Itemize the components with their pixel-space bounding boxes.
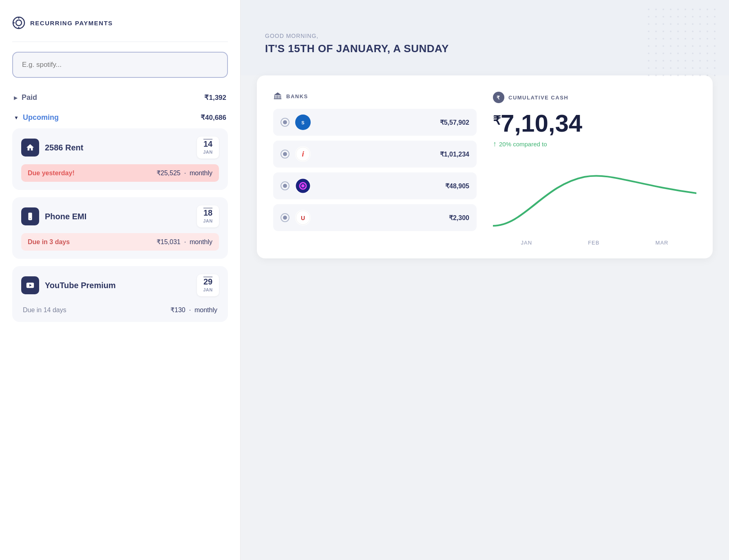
rent-status-bar: Due yesterday! ₹25,525 · monthly bbox=[21, 164, 219, 182]
chart-area: JAN FEB MAR bbox=[493, 161, 696, 242]
bank-logo-axis bbox=[295, 178, 311, 194]
greeting-main: IT'S 15TH OF JANUARY, A SUNDAY bbox=[265, 42, 705, 55]
phone-date-badge: 18 JAN bbox=[197, 205, 219, 227]
bank-row-icici[interactable]: i ₹1,01,234 bbox=[273, 141, 477, 168]
chart-label-jan: JAN bbox=[521, 240, 532, 246]
recurring-icon bbox=[12, 16, 25, 29]
chart-svg bbox=[493, 161, 696, 234]
rent-due-amount: ₹25,525 · monthly bbox=[157, 169, 212, 177]
phone-name: Phone EMI bbox=[45, 212, 86, 221]
left-panel: RECURRING PAYMENTS ▶ Paid ₹1,392 ▼ Upcom… bbox=[0, 0, 241, 560]
rent-date-day: 14 bbox=[203, 140, 213, 148]
bank-amount-icici: ₹1,01,234 bbox=[440, 150, 469, 158]
bank-check-axis bbox=[281, 181, 289, 190]
youtube-date-month: JAN bbox=[203, 287, 213, 292]
cumulative-amount: ₹7,10,34 bbox=[493, 111, 696, 136]
svg-point-1 bbox=[16, 20, 22, 26]
banks-column: BANKS S ₹5,57,902 bbox=[273, 92, 477, 242]
phone-due-amount: ₹15,031 · monthly bbox=[157, 238, 212, 246]
bank-check-icici bbox=[281, 150, 289, 159]
phone-svg bbox=[26, 212, 35, 221]
icici-svg: i bbox=[296, 147, 310, 161]
svg-point-0 bbox=[13, 17, 24, 29]
bank-check-inner-icici bbox=[283, 152, 287, 156]
bank-logo-sbi: S bbox=[295, 115, 311, 130]
paid-amount: ₹1,392 bbox=[204, 93, 226, 102]
svg-rect-13 bbox=[277, 95, 278, 98]
svg-rect-11 bbox=[274, 95, 275, 98]
youtube-icon bbox=[21, 276, 39, 294]
payment-card-phone[interactable]: Phone EMI 18 JAN Due in 3 days ₹15,031 ·… bbox=[12, 197, 228, 259]
banks-icon bbox=[273, 92, 282, 101]
panel-header: RECURRING PAYMENTS bbox=[12, 16, 228, 29]
cumulative-rupee: ₹ bbox=[493, 115, 501, 127]
home-svg bbox=[26, 143, 35, 152]
cumulative-growth: ↑ 20% compared to bbox=[493, 140, 696, 148]
search-input[interactable] bbox=[12, 52, 228, 78]
phone-date-month: JAN bbox=[203, 218, 213, 223]
upcoming-section-header[interactable]: ▼ Upcoming ₹40,686 bbox=[12, 109, 228, 126]
svg-rect-15 bbox=[280, 95, 281, 98]
growth-arrow: ↑ bbox=[493, 140, 497, 148]
banks-title: BANKS bbox=[286, 93, 308, 99]
bank-row-union[interactable]: U ₹2,300 bbox=[273, 204, 477, 231]
rupee-icon: ₹ bbox=[495, 94, 502, 101]
paid-arrow: ▶ bbox=[14, 95, 18, 101]
two-columns: BANKS S ₹5,57,902 bbox=[273, 92, 696, 242]
rent-name: 2586 Rent bbox=[45, 143, 84, 152]
payment-card-rent[interactable]: 2586 Rent 14 JAN Due yesterday! ₹25,525 … bbox=[12, 128, 228, 190]
svg-marker-16 bbox=[274, 93, 281, 95]
chart-label-feb: FEB bbox=[588, 240, 599, 246]
phone-date-day: 18 bbox=[203, 209, 213, 217]
svg-rect-12 bbox=[276, 95, 276, 98]
svg-rect-5 bbox=[28, 213, 32, 220]
youtube-due-amount: ₹130 · monthly bbox=[170, 306, 217, 314]
cumulative-header: ₹ CUMULATIVE CASH bbox=[493, 92, 696, 103]
svg-text:U: U bbox=[301, 215, 305, 221]
union-svg: U bbox=[296, 210, 310, 225]
svg-text:S: S bbox=[301, 120, 304, 125]
main-content-card: BANKS S ₹5,57,902 bbox=[257, 75, 713, 258]
svg-rect-17 bbox=[274, 99, 281, 99]
bank-logo-union: U bbox=[295, 210, 311, 225]
chart-label-mar: MAR bbox=[656, 240, 669, 246]
rent-date-month: JAN bbox=[203, 150, 213, 154]
cumulative-column: ₹ CUMULATIVE CASH ₹7,10,34 ↑ 20% compare… bbox=[493, 92, 696, 242]
card-left-rent: 2586 Rent bbox=[21, 139, 84, 157]
phone-icon bbox=[21, 207, 39, 225]
bank-check-inner-union bbox=[283, 216, 287, 220]
bank-amount-sbi: ₹5,57,902 bbox=[440, 119, 469, 126]
bank-amount-union: ₹2,300 bbox=[449, 214, 469, 222]
panel-title: RECURRING PAYMENTS bbox=[30, 20, 113, 26]
bank-logo-icici: i bbox=[295, 146, 311, 162]
youtube-name: YouTube Premium bbox=[45, 281, 116, 290]
growth-text: 20% compared to bbox=[499, 141, 547, 148]
youtube-status-bar: Due in 14 days ₹130 · monthly bbox=[21, 302, 219, 314]
svg-point-6 bbox=[30, 218, 31, 219]
right-panel: GOOD MORNING, IT'S 15TH OF JANUARY, A SU… bbox=[241, 0, 729, 560]
bank-check-inner-sbi bbox=[283, 120, 287, 124]
bank-row-axis[interactable]: ₹48,905 bbox=[273, 172, 477, 199]
cumulative-title: CUMULATIVE CASH bbox=[508, 95, 568, 101]
bank-row-sbi[interactable]: S ₹5,57,902 bbox=[273, 109, 477, 136]
phone-status-bar: Due in 3 days ₹15,031 · monthly bbox=[21, 233, 219, 251]
paid-label: Paid bbox=[22, 93, 37, 102]
youtube-date-badge: 29 JAN bbox=[197, 274, 219, 296]
youtube-date-day: 29 bbox=[203, 278, 213, 286]
card-top-rent: 2586 Rent 14 JAN bbox=[21, 137, 219, 159]
svg-rect-14 bbox=[279, 95, 280, 98]
rent-date-badge: 14 JAN bbox=[197, 137, 219, 159]
bank-check-sbi bbox=[281, 118, 289, 127]
payment-card-youtube[interactable]: YouTube Premium 29 JAN Due in 14 days ₹1… bbox=[12, 266, 228, 322]
divider bbox=[12, 42, 228, 42]
svg-rect-10 bbox=[647, 8, 721, 82]
banks-header: BANKS bbox=[273, 92, 477, 101]
paid-section-header[interactable]: ▶ Paid ₹1,392 bbox=[12, 89, 228, 106]
cumulative-icon: ₹ bbox=[493, 92, 504, 103]
bank-check-union bbox=[281, 213, 289, 222]
youtube-due-label: Due in 14 days bbox=[23, 306, 66, 314]
upcoming-arrow: ▼ bbox=[14, 115, 19, 121]
sbi-svg: S bbox=[298, 117, 308, 127]
axis-svg bbox=[296, 179, 310, 193]
phone-due-label: Due in 3 days bbox=[28, 238, 70, 246]
